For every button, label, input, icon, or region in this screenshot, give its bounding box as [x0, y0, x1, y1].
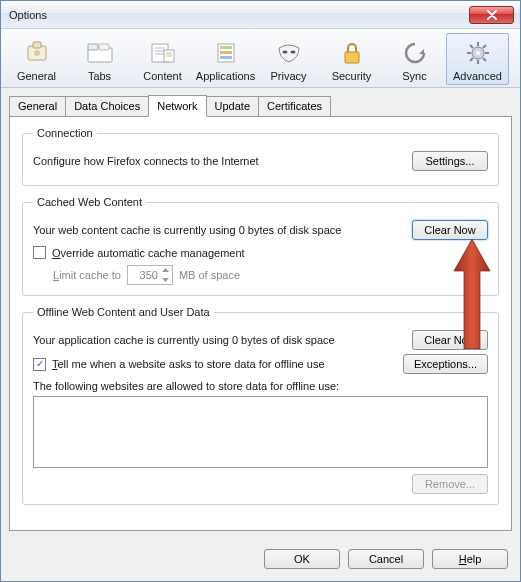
network-panel: Connection Configure how Firefox connect… [9, 116, 512, 531]
exceptions-button[interactable]: Exceptions... [403, 354, 488, 374]
svg-rect-1 [33, 42, 41, 48]
svg-line-25 [470, 45, 473, 48]
svg-line-28 [470, 58, 473, 61]
content-icon [149, 41, 177, 65]
svg-point-20 [475, 51, 479, 55]
category-toolbar: General Tabs Content Applications Privac… [1, 29, 520, 88]
connection-legend: Connection [33, 127, 97, 139]
svg-rect-14 [220, 51, 232, 54]
help-button[interactable]: Help [432, 549, 508, 569]
remove-button[interactable]: Remove... [412, 474, 488, 494]
offline-legend: Offline Web Content and User Data [33, 306, 214, 318]
mask-icon [275, 42, 303, 64]
tool-privacy[interactable]: Privacy [257, 33, 320, 85]
tool-sync[interactable]: Sync [383, 33, 446, 85]
limit-prefix: Limit cache to [53, 269, 121, 281]
allowed-sites-list[interactable] [33, 396, 488, 468]
svg-point-16 [282, 51, 287, 54]
tool-security[interactable]: Security [320, 33, 383, 85]
tool-applications[interactable]: Applications [194, 33, 257, 85]
cached-group: Cached Web Content Your web content cach… [22, 196, 499, 296]
cache-usage-text: Your web content cache is currently usin… [33, 224, 341, 236]
tool-label: Advanced [447, 70, 508, 82]
tool-advanced[interactable]: Advanced [446, 33, 509, 85]
ok-button[interactable]: OK [264, 549, 340, 569]
tabs-icon [86, 42, 114, 64]
svg-rect-4 [88, 44, 98, 50]
override-checkbox[interactable] [33, 246, 46, 259]
subtab-certificates[interactable]: Certificates [258, 96, 331, 117]
svg-rect-13 [220, 46, 232, 49]
tool-label: Tabs [69, 70, 130, 82]
appcache-usage-text: Your application cache is currently usin… [33, 334, 335, 346]
dialog-buttons: OK Cancel Help [1, 539, 520, 581]
close-icon [486, 10, 498, 20]
subtab-data-choices[interactable]: Data Choices [65, 96, 149, 117]
tool-label: Privacy [258, 70, 319, 82]
svg-point-2 [34, 50, 40, 56]
svg-line-26 [483, 58, 486, 61]
tool-label: Sync [384, 70, 445, 82]
svg-point-17 [290, 51, 295, 54]
tool-tabs[interactable]: Tabs [68, 33, 131, 85]
subtab-general[interactable]: General [9, 96, 66, 117]
tellme-checkbox[interactable] [33, 358, 46, 371]
lock-icon [340, 40, 364, 66]
settings-button[interactable]: Settings... [412, 151, 488, 171]
tellme-label: Tell me when a website asks to store dat… [52, 358, 325, 370]
subtab-update[interactable]: Update [206, 96, 259, 117]
limit-cache-input[interactable]: 350 [127, 265, 173, 285]
clear-cache-button[interactable]: Clear Now [412, 220, 488, 240]
subtab-network[interactable]: Network [148, 95, 206, 117]
svg-line-27 [483, 45, 486, 48]
titlebar: Options [1, 1, 520, 29]
cached-legend: Cached Web Content [33, 196, 146, 208]
tool-general[interactable]: General [5, 33, 68, 85]
tool-label: Content [132, 70, 193, 82]
svg-rect-5 [99, 44, 109, 50]
window-title: Options [9, 9, 469, 21]
svg-rect-18 [345, 52, 359, 63]
svg-rect-15 [220, 56, 232, 59]
cancel-button[interactable]: Cancel [348, 549, 424, 569]
tool-label: General [6, 70, 67, 82]
close-button[interactable] [469, 6, 514, 24]
override-label: Override automatic cache management [52, 247, 245, 259]
tool-content[interactable]: Content [131, 33, 194, 85]
clear-appcache-button[interactable]: Clear Now [412, 330, 488, 350]
gear-icon [465, 40, 491, 66]
spinner-icon [161, 267, 170, 283]
tool-label: Applications [195, 70, 256, 82]
apps-icon [212, 41, 240, 65]
connection-group: Connection Configure how Firefox connect… [22, 127, 499, 186]
tool-label: Security [321, 70, 382, 82]
switch-icon [24, 40, 50, 66]
connection-text: Configure how Firefox connects to the In… [33, 155, 259, 167]
limit-suffix: MB of space [179, 269, 240, 281]
sync-icon [402, 40, 428, 66]
allowed-text: The following websites are allowed to st… [33, 380, 488, 392]
svg-rect-11 [166, 52, 172, 57]
subtab-bar: General Data Choices Network Update Cert… [9, 96, 512, 117]
offline-group: Offline Web Content and User Data Your a… [22, 306, 499, 505]
